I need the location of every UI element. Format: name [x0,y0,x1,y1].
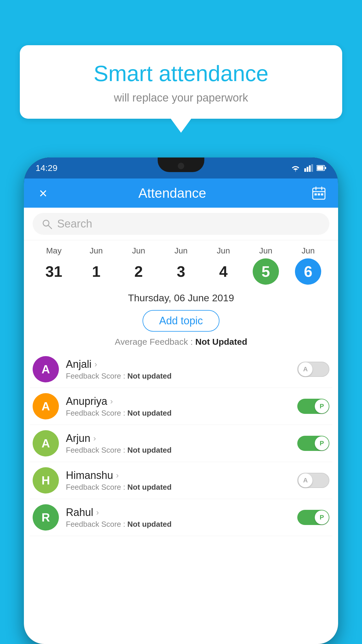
chevron-right-icon: › [110,397,113,406]
bubble-subtitle: will replace your paperwork [37,92,325,104]
search-bar: Search [24,208,338,240]
svg-rect-6 [317,166,324,170]
phone-notch [158,158,204,172]
chevron-right-icon: › [96,508,99,517]
close-button[interactable]: × [34,185,52,201]
calendar-number[interactable]: 4 [210,258,236,285]
chevron-right-icon: › [94,360,97,369]
feedback-score: Feedback Score : Not updated [66,520,290,529]
student-name: Anupriya› [66,395,290,407]
calendar-number[interactable]: 3 [168,258,194,285]
student-info: Arjun›Feedback Score : Not updated [66,432,290,455]
student-row[interactable]: RRahul›Feedback Score : Not updatedP [30,499,332,536]
avatar: H [33,467,59,494]
svg-rect-5 [325,167,326,169]
attendance-toggle[interactable]: A [297,362,329,377]
student-name: Himanshu› [66,469,290,482]
calendar-number[interactable]: 6 [295,258,321,285]
chevron-right-icon: › [93,434,96,443]
student-name: Rahul› [66,506,290,519]
avatar: R [33,504,59,531]
student-row[interactable]: HHimanshu›Feedback Score : Not updatedA [30,462,332,499]
status-icons [290,164,326,172]
calendar-month: May [46,246,61,256]
calendar-number[interactable]: 31 [41,258,67,285]
search-input-wrap[interactable]: Search [33,213,329,235]
svg-rect-0 [304,168,306,172]
app-bar-title: Attendance [52,185,293,201]
student-info: Anupriya›Feedback Score : Not updated [66,395,290,418]
calendar-month: Jun [302,246,315,256]
student-row[interactable]: AArjun›Feedback Score : Not updatedP [30,425,332,462]
toggle-switch[interactable]: A [297,362,329,377]
calendar-number[interactable]: 5 [253,258,279,285]
calendar-number[interactable]: 2 [126,258,152,285]
toggle-switch[interactable]: P [297,436,329,451]
phone-frame: 14:29 × Attendance [24,158,338,644]
toggle-knob: A [298,362,312,376]
calendar-month: Jun [90,246,103,256]
student-list: AAnjali›Feedback Score : Not updatedAAAn… [24,351,338,536]
avatar: A [33,430,59,456]
avatar: A [33,393,59,419]
feedback-score: Feedback Score : Not updated [66,372,290,381]
camera-dot [178,163,184,169]
toggle-knob: P [315,399,329,413]
student-info: Himanshu›Feedback Score : Not updated [66,469,290,492]
toggle-knob: P [315,510,329,524]
battery-icon [317,165,326,171]
calendar-month: Jun [259,246,272,256]
calendar-day[interactable]: May31 [33,246,75,285]
search-input[interactable]: Search [57,218,92,230]
wifi-icon [290,164,301,172]
add-topic-button[interactable]: Add topic [143,310,219,332]
phone-screen: Search May31Jun1Jun2Jun3Jun4Jun5Jun6 Thu… [24,208,338,644]
svg-rect-1 [307,167,308,172]
student-info: Rahul›Feedback Score : Not updated [66,506,290,529]
toggle-switch[interactable]: P [297,510,329,525]
toggle-knob: P [315,436,329,450]
toggle-switch[interactable]: P [297,399,329,414]
svg-rect-3 [311,164,313,172]
student-name: Anjali› [66,358,290,370]
toggle-knob: A [298,473,312,487]
calendar-month: Jun [174,246,187,256]
svg-line-15 [48,225,52,229]
calendar-day[interactable]: Jun5 [245,246,287,285]
avatar: A [33,356,59,382]
toggle-switch[interactable]: A [297,473,329,488]
signal-icon [304,164,313,172]
attendance-toggle[interactable]: A [297,473,329,488]
calendar-month: Jun [132,246,145,256]
calendar-icon[interactable] [310,186,328,200]
speech-bubble: Smart attendance will replace your paper… [20,45,342,119]
calendar-month: Jun [217,246,230,256]
calendar-day[interactable]: Jun2 [117,246,160,285]
selected-date: Thursday, 06 June 2019 [24,288,338,307]
svg-rect-13 [321,193,323,195]
feedback-score: Feedback Score : Not updated [66,446,290,455]
app-bar: × Attendance [24,178,338,208]
chevron-right-icon: › [116,471,119,480]
feedback-score: Feedback Score : Not updated [66,409,290,418]
svg-rect-11 [314,193,317,195]
student-name: Arjun› [66,432,290,444]
student-row[interactable]: AAnjali›Feedback Score : Not updatedA [30,351,332,388]
feedback-score: Feedback Score : Not updated [66,483,290,492]
calendar-day[interactable]: Jun3 [160,246,202,285]
attendance-toggle[interactable]: P [297,436,329,451]
bubble-title: Smart attendance [37,61,325,86]
attendance-toggle[interactable]: P [297,510,329,525]
attendance-toggle[interactable]: P [297,399,329,414]
calendar-number[interactable]: 1 [83,258,109,285]
feedback-average: Average Feedback : Not Updated [24,337,338,351]
student-info: Anjali›Feedback Score : Not updated [66,358,290,381]
calendar-day[interactable]: Jun1 [75,246,117,285]
calendar-day[interactable]: Jun6 [287,246,329,285]
calendar-day[interactable]: Jun4 [202,246,245,285]
search-icon [41,218,52,230]
svg-rect-2 [309,165,311,172]
calendar-strip: May31Jun1Jun2Jun3Jun4Jun5Jun6 [24,240,338,288]
svg-rect-12 [318,193,320,195]
student-row[interactable]: AAnupriya›Feedback Score : Not updatedP [30,388,332,425]
